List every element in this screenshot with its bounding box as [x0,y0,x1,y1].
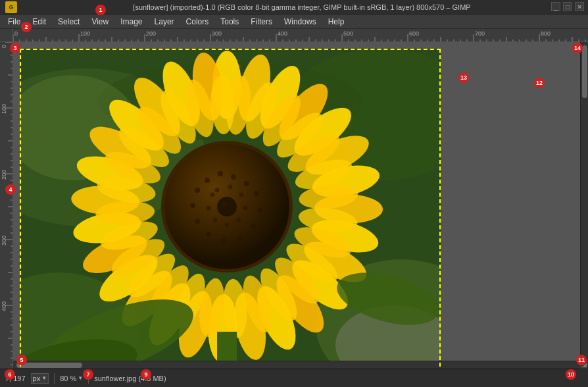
unit-selector[interactable]: px ▼ [31,373,49,384]
maximize-button[interactable]: □ [563,2,572,11]
svg-point-240 [207,206,211,211]
zoom-value: 80 % [60,374,76,382]
window-controls[interactable]: _ □ ✕ [551,2,584,11]
svg-point-230 [195,219,200,224]
menu-windows[interactable]: Windows [279,16,322,28]
svg-rect-98 [0,42,13,369]
titlebar: G [sunflower] (imported)-1.0 (RGB color … [0,0,588,14]
svg-point-223 [244,181,249,186]
zoom-dropdown-icon: ▼ [78,375,83,381]
menu-image[interactable]: Image [115,16,147,28]
ruler-vertical: 0100200300400 [0,42,13,369]
coordinates-display: 7, 197 [5,374,26,382]
menu-help[interactable]: Help [323,16,350,28]
menu-colors[interactable]: Colors [181,16,214,28]
svg-text:300: 300 [212,30,222,37]
svg-text:400: 400 [278,30,287,37]
svg-point-220 [205,178,210,183]
scrollbar-horizontal[interactable] [13,361,580,369]
svg-point-234 [228,185,233,190]
menu-tools[interactable]: Tools [215,16,244,28]
image-content [20,49,441,369]
window-title: [sunflower] (imported)-1.0 (RGB color 8-… [21,3,583,11]
zoom-control[interactable]: 80 % ▼ [60,374,83,382]
menu-view[interactable]: View [86,16,114,28]
svg-point-235 [239,193,244,197]
scrollbar-v-thumb[interactable] [582,45,587,98]
svg-text:0: 0 [14,30,18,37]
svg-point-222 [231,174,236,180]
svg-point-227 [237,236,243,241]
svg-text:700: 700 [475,30,485,37]
svg-point-225 [257,207,262,213]
svg-point-239 [213,218,218,222]
scrollbar-vertical[interactable] [580,42,588,361]
svg-point-233 [215,188,220,193]
svg-point-229 [206,232,211,237]
svg-point-237 [237,218,241,222]
svg-point-228 [221,238,226,244]
image-canvas[interactable] [20,49,441,369]
scrollbar-h-thumb[interactable] [16,363,82,368]
svg-point-243 [222,201,227,207]
ruler-corner [0,29,13,42]
svg-text:800: 800 [541,30,551,37]
svg-text:100: 100 [1,104,7,114]
menu-edit[interactable]: Edit [27,16,51,28]
menu-select[interactable]: Select [53,16,85,28]
image-svg [20,49,441,369]
svg-text:500: 500 [343,30,353,37]
statusbar: 7, 197 px ▼ 80 % ▼ sunflower.jpg (4.3 MB… [0,369,588,387]
svg-point-221 [218,171,223,176]
svg-point-232 [195,188,200,193]
unit-dropdown-icon: ▼ [41,375,47,381]
svg-text:0: 0 [1,45,7,48]
resize-handle[interactable]: ◢ [580,361,588,369]
svg-point-236 [243,206,248,211]
svg-point-226 [251,224,256,229]
minimize-button[interactable]: _ [551,2,560,11]
ruler-horizontal: 0100200300400500600700800 [13,29,588,42]
canvas-area[interactable] [13,42,588,369]
svg-point-238 [225,223,230,228]
svg-rect-0 [13,29,588,42]
svg-text:200: 200 [146,30,156,37]
menubar: File Edit Select View Image Layer Colors… [0,14,588,29]
menu-layer[interactable]: Layer [149,16,180,28]
svg-point-242 [217,197,237,217]
svg-point-224 [254,191,259,196]
app-icon: G [5,1,17,13]
menu-file[interactable]: File [3,16,26,28]
svg-text:200: 200 [1,170,7,180]
svg-text:300: 300 [1,236,7,245]
svg-point-231 [190,203,195,208]
svg-text:600: 600 [409,30,419,37]
svg-text:100: 100 [80,30,90,37]
menu-filters[interactable]: Filters [245,16,278,28]
svg-text:400: 400 [1,301,7,311]
status-divider-1 [54,373,55,384]
status-divider-2 [88,373,89,384]
svg-point-241 [210,193,215,197]
filename-display: sunflower.jpg (4.3 MB) [94,374,166,382]
close-button[interactable]: ✕ [575,2,584,11]
